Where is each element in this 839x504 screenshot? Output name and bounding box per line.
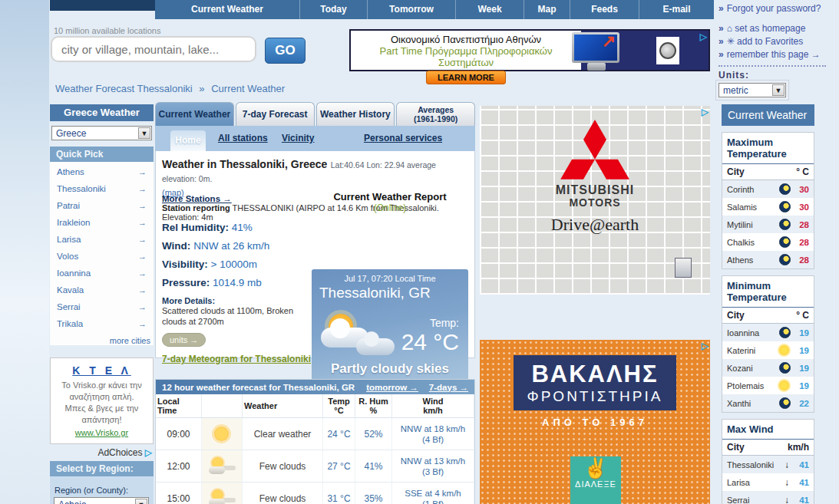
units-button[interactable]: units → bbox=[162, 333, 206, 347]
dropdown-arrow-icon[interactable]: ▼ bbox=[138, 127, 150, 139]
mitsubishi-ad[interactable]: MITSUBISHI MOTORS Drive@earth ▷ bbox=[480, 106, 710, 295]
nav-tomorrow[interactable]: Tomorrow bbox=[367, 0, 455, 19]
utility-links: »Forgot your password? »⌂ set as homepag… bbox=[718, 3, 835, 97]
table-row[interactable]: Athens28 bbox=[722, 251, 814, 268]
sidebar-item-patrai[interactable]: Patrai→ bbox=[50, 197, 154, 214]
set-homepage-link[interactable]: »⌂ set as homepage bbox=[718, 23, 835, 34]
sidebar-item-volos[interactable]: Volos→ bbox=[50, 248, 154, 265]
meteogram-link[interactable]: 7-day Meteogram for Thessaloniki bbox=[162, 354, 312, 364]
moon-icon bbox=[779, 254, 791, 265]
city-link[interactable]: Ptolemais bbox=[727, 381, 779, 390]
adchoices-icon[interactable]: ▷ bbox=[700, 31, 707, 42]
weather-card: Jul 17, 07:20 Local Time Thessaloniki, G… bbox=[312, 269, 468, 390]
city-link[interactable]: Serrai bbox=[727, 496, 781, 504]
tab-weather-history[interactable]: Weather History bbox=[316, 102, 395, 126]
subtab-home[interactable]: Home bbox=[170, 130, 206, 151]
vrisko-link[interactable]: www.Vrisko.gr bbox=[54, 428, 150, 437]
forgot-password-link[interactable]: »Forgot your password? bbox=[718, 3, 835, 14]
region-select[interactable]: Achaia▼ bbox=[54, 497, 149, 504]
table-row[interactable]: Mytilini28 bbox=[722, 216, 814, 233]
ktel-ad[interactable]: Κ Τ Ε Λ Το Vrisko.gr κάνει την αναζήτηση… bbox=[50, 357, 154, 444]
nav-feeds[interactable]: Feeds bbox=[570, 0, 639, 19]
sidebar-item-larisa[interactable]: Larisa→ bbox=[50, 231, 154, 248]
city-link[interactable]: Ioannina bbox=[727, 328, 779, 338]
sidebar-item-trikala[interactable]: Trikala→ bbox=[50, 315, 154, 332]
table-row[interactable]: Xanthi22 bbox=[722, 394, 814, 412]
table-row[interactable]: Ptolemais19 bbox=[722, 377, 814, 394]
report-title: Current Weather Report bbox=[309, 191, 471, 203]
ktel-text: Το Vrisko.gr κάνει την bbox=[54, 380, 150, 391]
go-button[interactable]: GO bbox=[265, 38, 306, 64]
moon-icon bbox=[779, 219, 791, 230]
table-row[interactable]: Chalkis28 bbox=[722, 233, 814, 251]
sidebar-item-irakleion[interactable]: Irakleion→ bbox=[50, 214, 154, 231]
search-input[interactable] bbox=[51, 36, 256, 62]
add-favorites-link[interactable]: »✳ add to Favorites bbox=[718, 36, 835, 47]
units-select[interactable]: metric▼ bbox=[718, 83, 786, 97]
country-select[interactable]: Greece▼ bbox=[51, 126, 152, 140]
city-link[interactable]: Larisa bbox=[727, 478, 781, 487]
max-temp-colhead: City° C bbox=[722, 164, 814, 180]
city-link[interactable]: Kozani bbox=[727, 364, 779, 373]
tomorrow-link[interactable]: tomorrow → bbox=[366, 383, 418, 392]
nav-week[interactable]: Week bbox=[455, 0, 524, 19]
subtab-all-stations[interactable]: All stations bbox=[218, 133, 268, 143]
nav-map[interactable]: Map bbox=[524, 0, 570, 19]
table-row[interactable]: Salamis30 bbox=[722, 198, 814, 216]
city-link[interactable]: Thessaloniki bbox=[727, 460, 781, 469]
city-link[interactable]: Athens bbox=[727, 255, 779, 265]
learn-more-button[interactable]: LEARN MORE bbox=[426, 71, 506, 84]
tab-7day-forecast[interactable]: 7-day Forecast bbox=[236, 102, 315, 126]
more-cities-link[interactable]: more cities bbox=[50, 334, 154, 345]
table-row[interactable]: Serrai↓41 bbox=[722, 491, 814, 504]
tab-label: Current Weather bbox=[156, 109, 233, 120]
temp-value: 30 bbox=[792, 185, 809, 194]
table-row[interactable]: Ioannina19 bbox=[722, 324, 814, 341]
nav-today[interactable]: Today bbox=[299, 0, 367, 19]
vakalis-ad[interactable]: ΒΑΚΑΛΗΣ ΦΡΟΝΤΙΣΤΗΡΙΑ ΑΠΟ ΤΟ 1967 ✌ ΔΙΑΛΕ… bbox=[480, 340, 710, 504]
remember-page-link[interactable]: »remember this page → bbox=[718, 49, 835, 60]
breadcrumb-forecast-link[interactable]: Weather Forecast Thessaloniki bbox=[55, 83, 193, 94]
dropdown-arrow-icon[interactable]: ▼ bbox=[135, 499, 147, 504]
adchoices-link[interactable]: AdChoices ▷ bbox=[50, 444, 154, 461]
table-row[interactable]: Larisa↓41 bbox=[722, 473, 814, 491]
table-row[interactable]: Katerini19 bbox=[722, 341, 814, 359]
city-link[interactable]: Chalkis bbox=[727, 238, 779, 247]
more-stations-link[interactable]: More Stations → bbox=[162, 194, 232, 203]
city-link[interactable]: Salamis bbox=[727, 203, 779, 212]
breadcrumb-current-link[interactable]: Current Weather bbox=[211, 83, 285, 94]
sidebar-item-athens[interactable]: Athens→ bbox=[50, 163, 154, 180]
city-link[interactable]: Xanthi bbox=[727, 399, 779, 408]
adchoices-icon[interactable]: ▷ bbox=[702, 107, 709, 117]
table-row[interactable]: Thessaloniki↓41 bbox=[722, 456, 814, 473]
table-row[interactable]: Corinth30 bbox=[722, 180, 814, 198]
nav-email[interactable]: E-mail bbox=[639, 0, 714, 19]
subtab-vicinity[interactable]: Vicinity bbox=[282, 133, 314, 143]
tab-current-weather[interactable]: Current Weather bbox=[155, 102, 234, 126]
banner-ad[interactable]: Οικονομικό Πανεπιστήμιο Αθηνών Part Time… bbox=[349, 29, 710, 71]
tab-averages[interactable]: Averages(1961-1990) bbox=[396, 102, 475, 126]
sidebar-item-thessaloniki[interactable]: Thessaloniki→ bbox=[50, 180, 154, 197]
arrow-right-icon: → bbox=[138, 285, 147, 295]
vakalis-choose: ΔΙΑΛΕΞΕ bbox=[570, 479, 621, 489]
left-sidebar: Greece Weather Greece▼ Quick Pick Athens… bbox=[50, 102, 154, 504]
sidebar-item-kavala[interactable]: Kavala→ bbox=[50, 282, 154, 298]
city-label: Trikala bbox=[57, 319, 83, 328]
max-wind-title: Max Wind bbox=[722, 420, 814, 440]
sidebar-item-serrai[interactable]: Serrai→ bbox=[50, 298, 154, 315]
col-icon bbox=[202, 394, 243, 418]
city-link[interactable]: Katerini bbox=[727, 346, 779, 355]
max-temp-title: MaximumTemperature bbox=[722, 133, 814, 164]
subtab-personal-services[interactable]: Personal services bbox=[364, 133, 442, 143]
visibility-label: Visibility: bbox=[162, 259, 208, 270]
city-link[interactable]: Corinth bbox=[727, 185, 779, 194]
seven-days-link[interactable]: 7-days → bbox=[429, 383, 468, 392]
sidebar-item-ioannina[interactable]: Ioannina→ bbox=[50, 265, 154, 282]
nav-current-weather[interactable]: Current Weather bbox=[155, 0, 299, 19]
ktel-title-link[interactable]: Κ Τ Ε Λ bbox=[54, 364, 150, 377]
adchoices-icon[interactable]: ▷ bbox=[702, 341, 709, 351]
dropdown-arrow-icon[interactable]: ▼ bbox=[772, 84, 784, 96]
city-link[interactable]: Mytilini bbox=[727, 220, 779, 229]
table-row[interactable]: Kozani19 bbox=[722, 359, 814, 377]
set-homepage-label: set as homepage bbox=[735, 23, 805, 34]
